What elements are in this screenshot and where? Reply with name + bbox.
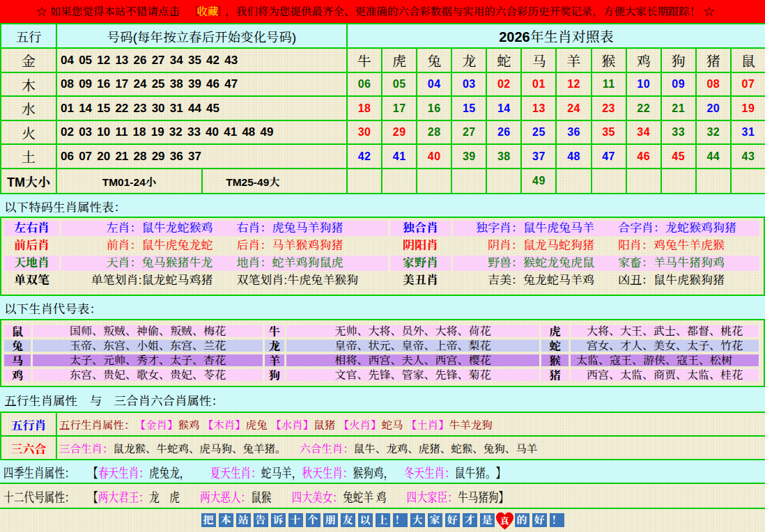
svg-text:真: 真: [500, 514, 509, 527]
